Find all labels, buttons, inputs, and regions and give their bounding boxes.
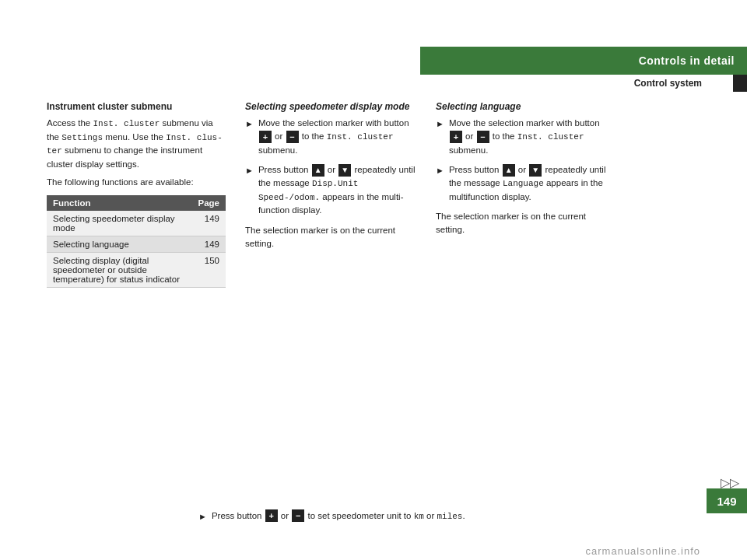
arrow-icon-3: ► xyxy=(436,117,444,131)
page-number-box: 149 xyxy=(707,488,747,513)
continuation-symbol: ▷▷ xyxy=(721,475,739,490)
table-cell-page: 149 xyxy=(192,236,226,253)
function-table: Function Page Selecting speedometer disp… xyxy=(47,195,226,288)
disp-unit-code: Disp.Unit Speed-/odom. xyxy=(258,179,358,202)
table-cell-func: Selecting display (digital speedometer o… xyxy=(47,253,192,288)
following-text: The following functions are available: xyxy=(47,176,226,189)
left-intro: Access the Inst. cluster submenu via the… xyxy=(47,117,226,171)
mid-heading: Selecting speedometer display mode xyxy=(245,101,416,112)
header-title: Controls in detail xyxy=(639,54,735,67)
right-bullet-1-text: Move the selection marker with button + … xyxy=(449,117,607,157)
inst-cluster-ref: Inst. cluster xyxy=(327,132,394,142)
table-cell-page: 149 xyxy=(192,211,226,236)
arrow-icon-2: ► xyxy=(245,164,254,177)
language-code: Language xyxy=(503,179,544,188)
mid-bullet-1: ► Move the selection marker with button … xyxy=(245,117,416,157)
right-bullet-2-text: Press button ▲ or ▼ repeatedly until the… xyxy=(449,163,607,204)
inst-cluster-mono: Inst. cluster xyxy=(93,119,160,128)
km-code: km xyxy=(414,512,424,521)
content-area: Instrument cluster submenu Access the In… xyxy=(47,101,700,498)
arrow-icon-1: ► xyxy=(245,117,254,131)
table-row: Selecting speedometer display mode 149 xyxy=(47,211,226,236)
mid-marker-text: The selection marker is on the current s… xyxy=(245,224,416,251)
left-column: Instrument cluster submenu Access the In… xyxy=(47,101,226,288)
settings-mono: Settings xyxy=(61,133,103,142)
down-button-icon: ▼ xyxy=(338,164,351,177)
table-row: Selecting display (digital speedometer o… xyxy=(47,253,226,288)
bottom-bullet-text: Press button + or − to set speedometer u… xyxy=(212,509,533,523)
col-page: Page xyxy=(192,195,226,211)
mid-bullet-2-text: Press button ▲ or ▼ repeatedly until the… xyxy=(258,163,416,218)
plus-button-icon-b: + xyxy=(265,509,278,522)
black-tab xyxy=(733,75,747,92)
right-bullet-1: ► Move the selection marker with button … xyxy=(436,117,607,157)
right-heading: Selecting language xyxy=(436,101,607,112)
down-button-icon-r: ▼ xyxy=(529,164,542,177)
right-marker-text: The selection marker is on the current s… xyxy=(436,210,607,237)
mid-bullet-1-text: Move the selection marker with button + … xyxy=(258,117,416,157)
right-bullet-2: ► Press button ▲ or ▼ repeatedly until t… xyxy=(436,163,607,204)
left-heading: Instrument cluster submenu xyxy=(47,101,226,112)
minus-button-icon-r: − xyxy=(477,131,489,143)
arrow-icon-4: ► xyxy=(436,164,444,177)
table-cell-page: 150 xyxy=(192,253,226,288)
col-function: Function xyxy=(47,195,192,211)
bottom-bullet-item: ► Press button + or − to set speedometer… xyxy=(198,509,533,523)
inst-ref: Inst. cluster xyxy=(517,132,584,142)
table-row: Selecting language 149 xyxy=(47,236,226,253)
arrow-icon-5: ► xyxy=(198,510,207,523)
minus-button-icon-b: − xyxy=(292,509,304,522)
table-cell-func: Selecting speedometer display mode xyxy=(47,211,192,236)
plus-button-icon: + xyxy=(259,131,272,143)
minus-button-icon: − xyxy=(286,131,299,143)
page-number: 149 xyxy=(717,495,736,508)
right-column: Selecting language ► Move the selection … xyxy=(436,101,607,242)
up-button-icon-r: ▲ xyxy=(503,164,515,177)
bottom-bullet: ► Press button + or − to set speedometer… xyxy=(198,509,533,530)
mid-column: Selecting speedometer display mode ► Mov… xyxy=(245,101,416,255)
up-button-icon: ▲ xyxy=(312,164,324,177)
table-cell-func: Selecting language xyxy=(47,236,192,253)
subtitle: Control system xyxy=(634,78,733,89)
plus-button-icon-r: + xyxy=(450,131,462,143)
miles-code: miles xyxy=(437,512,462,521)
watermark: carmanualsonline.info xyxy=(586,545,700,557)
mid-bullet-2: ► Press button ▲ or ▼ repeatedly until t… xyxy=(245,163,416,218)
subheader-bar: Control system xyxy=(420,75,747,92)
header-bar: Controls in detail xyxy=(420,47,747,75)
